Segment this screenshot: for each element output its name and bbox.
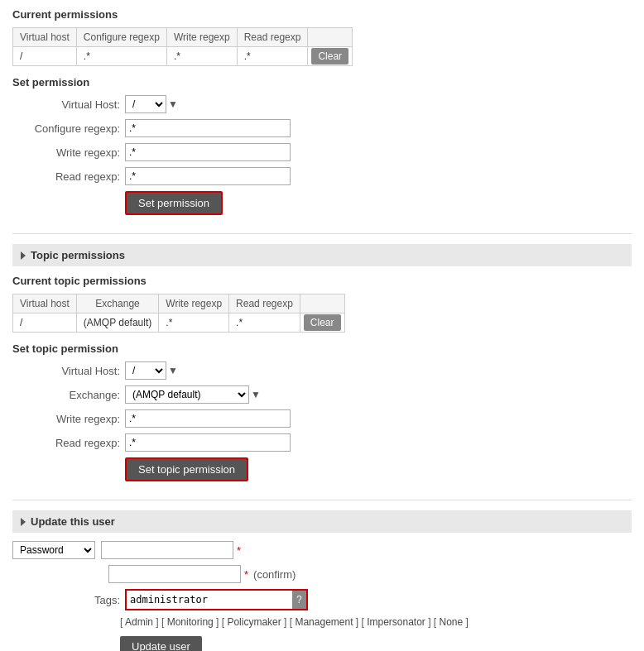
exchange-arrow: ▼ (251, 389, 261, 400)
set-topic-permission-label: Set topic permission (12, 342, 632, 355)
tags-label: Tags: (12, 594, 120, 606)
divider-2 (12, 500, 632, 500)
tags-help-button[interactable]: ? (292, 591, 306, 609)
write-regexp-label: Write regexp: (12, 146, 120, 159)
set-topic-permission-section: Set topic permission Virtual Host: / ▼ E… (12, 342, 632, 490)
required-star-2: * (244, 568, 248, 581)
topic-virtual-host-label: Virtual Host: (12, 365, 120, 377)
topic-read-regexp-input[interactable] (125, 433, 291, 452)
cell-read: .* (237, 47, 308, 66)
clear-permission-button[interactable]: Clear (311, 48, 348, 65)
topic-virtual-host-select[interactable]: / (125, 361, 166, 380)
tags-input[interactable] (127, 591, 292, 609)
cell-vhost: / (13, 47, 77, 66)
current-topic-permissions-label: Current topic permissions (12, 275, 632, 287)
topic-permissions-title: Topic permissions (31, 249, 125, 261)
required-star-1: * (237, 544, 241, 557)
virtual-host-row: Virtual Host: / ▼ (12, 95, 632, 113)
topic-vhost-arrow: ▼ (168, 365, 178, 376)
set-topic-permission-btn-wrap: Set topic permission (12, 457, 632, 490)
cell-topic-read: .* (229, 314, 300, 333)
topic-col-header-exchange: Exchange (76, 294, 158, 314)
tag-links: [ Admin ] [ Monitoring ] [ Policymaker ]… (120, 616, 632, 628)
cell-clear: Clear (308, 47, 353, 66)
tag-management-link[interactable]: Management (295, 616, 353, 628)
col-header-write: Write regexp (166, 28, 237, 47)
set-permission-label: Set permission (12, 76, 632, 89)
exchange-label: Exchange: (12, 389, 120, 401)
set-permission-btn-wrap: Set permission (12, 191, 632, 223)
read-regexp-label: Read regexp: (12, 170, 120, 183)
table-row: / .* .* .* Clear (13, 47, 353, 66)
topic-col-header-action (300, 294, 344, 314)
read-regexp-row: Read regexp: (12, 167, 632, 185)
current-permissions-table: Virtual host Configure regexp Write rege… (12, 27, 353, 66)
set-topic-permission-button[interactable]: Set topic permission (125, 457, 248, 481)
tag-admin-link[interactable]: Admin (125, 616, 153, 628)
configure-regexp-label: Configure regexp: (12, 122, 120, 135)
topic-virtual-host-row: Virtual Host: / ▼ (12, 361, 632, 380)
set-permission-button[interactable]: Set permission (125, 191, 223, 215)
topic-col-header-read: Read regexp (229, 294, 300, 314)
current-topic-permissions-section: Current topic permissions Virtual host E… (12, 275, 632, 333)
confirm-label: (confirm) (253, 568, 296, 581)
topic-col-header-write: Write regexp (159, 294, 229, 314)
read-regexp-input[interactable] (125, 167, 291, 185)
update-user-header: Update this user (12, 510, 632, 533)
col-header-configure: Configure regexp (76, 28, 166, 47)
tag-policymaker-link[interactable]: Policymaker (227, 616, 281, 628)
tag-none-link[interactable]: None (440, 616, 464, 628)
tags-row: Tags: ? (12, 589, 632, 610)
exchange-row: Exchange: (AMQP default) ▼ (12, 385, 632, 404)
tag-impersonator-link[interactable]: Impersonator (367, 616, 425, 628)
password-row: Password Hash * (12, 541, 632, 559)
topic-col-header-vhost: Virtual host (13, 294, 77, 314)
password-confirm-input[interactable] (108, 565, 241, 583)
write-regexp-input[interactable] (125, 143, 291, 161)
virtual-host-label: Virtual Host: (12, 98, 120, 111)
col-header-read: Read regexp (237, 28, 308, 47)
exchange-select[interactable]: (AMQP default) (125, 385, 249, 404)
col-header-vhost: Virtual host (13, 28, 77, 47)
confirm-row: * (confirm) (12, 565, 632, 583)
table-row: / (AMQP default) .* .* Clear (13, 314, 345, 333)
configure-regexp-input[interactable] (125, 119, 291, 137)
col-header-action (308, 28, 353, 47)
triangle-icon (21, 251, 26, 260)
cell-topic-clear: Clear (300, 314, 344, 333)
password-input[interactable] (101, 541, 233, 559)
update-user-title: Update this user (31, 515, 115, 528)
current-permissions-section: Current permissions Virtual host Configu… (12, 8, 632, 66)
set-permission-section: Set permission Virtual Host: / ▼ Configu… (12, 76, 632, 223)
triangle-icon-2 (21, 518, 26, 526)
virtual-host-arrow: ▼ (168, 98, 178, 110)
topic-read-regexp-row: Read regexp: (12, 433, 632, 452)
topic-write-regexp-input[interactable] (125, 409, 291, 428)
current-topic-permissions-table: Virtual host Exchange Write regexp Read … (12, 294, 345, 333)
update-user-button[interactable]: Update user (120, 636, 202, 651)
current-permissions-label: Current permissions (12, 8, 632, 21)
cell-topic-write: .* (159, 314, 229, 333)
topic-write-regexp-row: Write regexp: (12, 409, 632, 428)
cell-configure: .* (76, 47, 166, 66)
tags-input-wrap: ? (125, 589, 308, 610)
cell-topic-exchange: (AMQP default) (76, 314, 158, 333)
topic-permissions-header: Topic permissions (12, 244, 632, 266)
topic-write-regexp-label: Write regexp: (12, 413, 120, 425)
tag-monitoring-link[interactable]: Monitoring (167, 616, 214, 628)
password-type-select[interactable]: Password Hash (12, 541, 95, 559)
write-regexp-row: Write regexp: (12, 143, 632, 161)
topic-read-regexp-label: Read regexp: (12, 437, 120, 449)
clear-topic-permission-button[interactable]: Clear (304, 314, 341, 331)
update-user-section: Password Hash * * (confirm) Tags: ? [ Ad… (12, 541, 632, 651)
divider-1 (12, 233, 632, 234)
cell-topic-vhost: / (13, 314, 77, 333)
configure-regexp-row: Configure regexp: (12, 119, 632, 137)
virtual-host-select[interactable]: / (125, 95, 166, 113)
cell-write: .* (166, 47, 237, 66)
